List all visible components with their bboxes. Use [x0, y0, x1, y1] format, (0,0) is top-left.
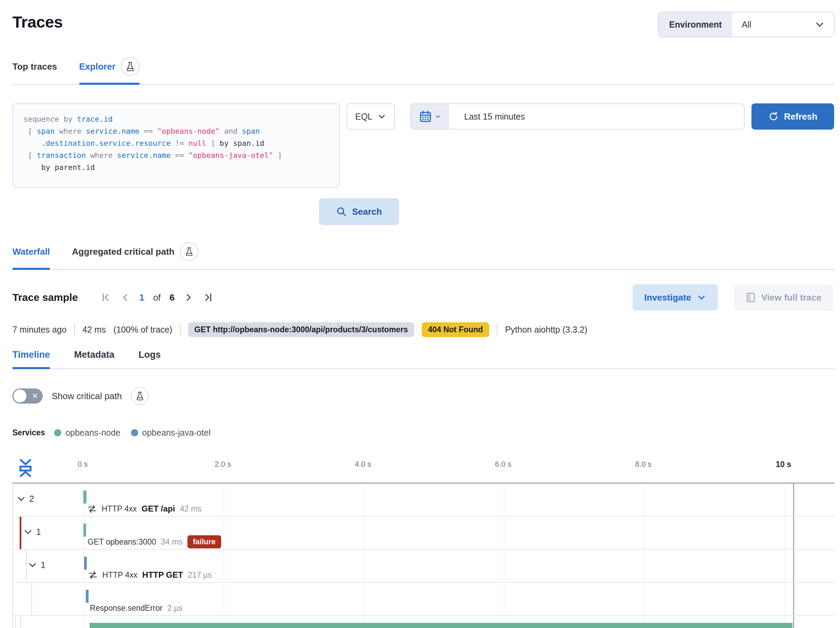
traces-page: Traces Environment All Top traces Explor… — [0, 0, 840, 628]
waterfall-row[interactable]: 1HTTP 4xxHTTP GET217 µs — [13, 550, 834, 583]
total-pages: 6 — [169, 292, 174, 303]
span-duration-bar[interactable] — [84, 524, 86, 537]
tab-waterfall[interactable]: Waterfall — [13, 242, 50, 269]
query-token: .destination.service.resource — [41, 139, 171, 147]
span-duration-bar[interactable] — [90, 623, 793, 628]
row-expander[interactable]: 2 — [17, 494, 34, 504]
axis-tick-label: 6.0 s — [495, 460, 512, 469]
show-critical-path-toggle[interactable]: ✕ — [13, 388, 43, 403]
axis-tick-label: 10 s — [776, 460, 791, 469]
trace-percent: (100% of trace) — [114, 325, 172, 335]
tab-waterfall-label: Waterfall — [13, 247, 50, 257]
waterfall-row[interactable]: 1GET opbeans:300034 msfailure — [13, 517, 834, 550]
toggle-off-icon: ✕ — [32, 392, 38, 400]
query-token: [ — [24, 127, 37, 136]
trace-pagination: 1 of 6 — [101, 292, 213, 303]
tab-timeline[interactable]: Timeline — [13, 350, 50, 369]
first-page-button[interactable] — [101, 292, 111, 303]
tab-top-traces[interactable]: Top traces — [13, 57, 57, 84]
legend-item: opbeans-node — [54, 428, 121, 438]
row-expander[interactable]: 1 — [28, 560, 46, 570]
tab-explorer-label: Explorer — [79, 61, 116, 72]
waterfall-row[interactable]: Response.sendError2 µs — [13, 583, 834, 616]
query-token: ] — [206, 139, 220, 147]
environment-value-text: All — [742, 20, 752, 30]
waterfall-row[interactable]: POST dev-oblt.apm.us-west2.gcp.elastic-c… — [13, 616, 834, 628]
query-line: [ transaction where service.name == "opb… — [24, 149, 329, 161]
trace-url-badge: GET http://opbeans-node:3000/api/product… — [188, 322, 414, 337]
query-token: span — [242, 127, 260, 136]
query-line: by parent.id — [24, 161, 329, 173]
axis-tick-label: 8.0 s — [635, 460, 652, 469]
refresh-button[interactable]: Refresh — [752, 103, 834, 130]
page-of-label: of — [153, 292, 161, 303]
waterfall-row[interactable]: 2HTTP 4xxGET /api42 ms — [13, 484, 834, 517]
current-page: 1 — [139, 292, 144, 303]
query-line: sequence by trace.id — [24, 113, 329, 125]
page-header: Traces Environment All — [13, 9, 834, 37]
tab-explorer[interactable]: Explorer — [79, 57, 140, 84]
query-token: "opbeans-java-otel" — [188, 151, 273, 160]
divider — [180, 324, 180, 336]
query-language-button[interactable]: EQL — [347, 103, 395, 130]
query-line: .destination.service.resource != null ] … — [24, 137, 329, 149]
view-full-trace-label: View full trace — [761, 292, 821, 303]
query-language-label: EQL — [355, 112, 373, 122]
beaker-icon — [184, 247, 194, 256]
chevron-down-icon — [24, 527, 33, 537]
query-token: ] — [273, 151, 282, 160]
tab-aggregated-critical-path[interactable]: Aggregated critical path — [72, 242, 199, 269]
refresh-label: Refresh — [784, 111, 818, 122]
failure-badge: failure — [188, 535, 221, 548]
tab-metadata[interactable]: Metadata — [74, 350, 114, 369]
fold-timeline-icon[interactable] — [18, 459, 33, 478]
chevron-down-icon — [28, 560, 37, 570]
span-duration-bar[interactable] — [84, 490, 87, 503]
span-name: HTTP GET — [142, 570, 183, 580]
axis-tick-label: 4.0 s — [355, 460, 371, 469]
legend-dot — [131, 429, 138, 437]
date-range-picker[interactable]: Last 15 minutes — [411, 103, 745, 130]
transaction-merge-icon — [87, 504, 97, 514]
child-count: 1 — [36, 527, 41, 537]
previous-page-button[interactable] — [120, 292, 130, 303]
time-range-value[interactable]: Last 15 minutes — [449, 104, 525, 129]
span-label[interactable]: HTTP 4xxHTTP GET217 µs — [88, 569, 212, 581]
query-line: [ span where service.name == "opbeans-no… — [24, 125, 329, 137]
span-label[interactable]: GET opbeans:300034 msfailure — [87, 536, 221, 548]
tab-timeline-label: Timeline — [13, 350, 50, 360]
query-token: service.name — [117, 151, 171, 160]
query-token: span — [37, 127, 55, 136]
main-tabs: Top traces Explorer — [13, 57, 834, 85]
investigate-button[interactable]: Investigate — [633, 284, 718, 310]
query-token: transaction — [37, 151, 86, 160]
span-name: Response.sendError — [90, 604, 163, 613]
environment-select[interactable]: Environment All — [658, 12, 834, 37]
document-icon — [745, 292, 756, 303]
search-icon — [336, 206, 347, 217]
tech-preview-badge — [180, 242, 199, 261]
eql-query-editor[interactable]: sequence by trace.id [ span where servic… — [13, 103, 340, 188]
search-button[interactable]: Search — [319, 198, 399, 225]
query-token: service.name — [86, 127, 139, 136]
view-tabs: Waterfall Aggregated critical path — [13, 242, 834, 270]
span-duration-label: 34 ms — [161, 537, 183, 547]
view-full-trace-button[interactable]: View full trace — [734, 284, 833, 310]
span-duration-bar[interactable] — [84, 557, 87, 570]
legend-dot — [54, 429, 61, 437]
span-duration-label: 2 µs — [167, 604, 183, 613]
row-expander[interactable]: 1 — [24, 527, 41, 537]
span-label[interactable]: Response.sendError2 µs — [90, 602, 183, 614]
legend-items: opbeans-nodeopbeans-java-otel — [54, 428, 211, 438]
tab-logs[interactable]: Logs — [139, 350, 161, 369]
span-duration-label: 217 µs — [188, 570, 212, 580]
calendar-icon — [419, 110, 432, 123]
last-page-button[interactable] — [203, 292, 213, 303]
next-page-button[interactable] — [184, 292, 194, 303]
search-label: Search — [352, 206, 382, 217]
span-duration-bar[interactable] — [86, 590, 88, 603]
agent-info: Python aiohttp (3.3.2) — [505, 325, 587, 335]
span-label[interactable]: HTTP 4xxGET /api42 ms — [87, 503, 202, 515]
date-picker-quick-menu[interactable] — [411, 104, 449, 129]
environment-value[interactable]: All — [732, 13, 834, 36]
